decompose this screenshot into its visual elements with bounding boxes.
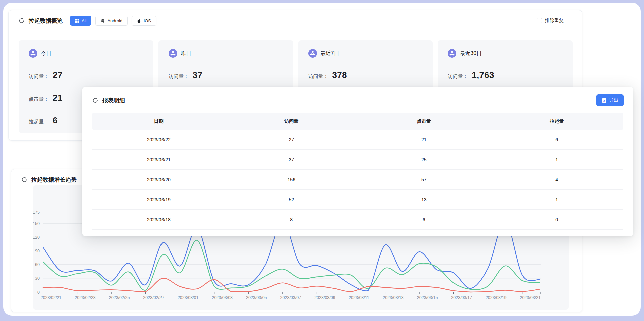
svg-text:2023/03/19: 2023/03/19 <box>486 295 507 300</box>
svg-text:2023/03/13: 2023/03/13 <box>383 295 404 300</box>
svg-text:2023/02/21: 2023/02/21 <box>41 295 62 300</box>
stat-metric-value: 21 <box>53 93 63 103</box>
stat-metric-value: 378 <box>332 70 347 80</box>
apple-icon <box>137 19 141 23</box>
report-table-header: 日期访问量点击量拉起量 <box>92 113 623 130</box>
overview-title: 拉起数据概览 <box>29 17 63 25</box>
table-cell: 52 <box>225 197 358 202</box>
table-cell: 2023/03/19 <box>92 197 225 202</box>
table-cell: 2023/03/21 <box>92 157 225 162</box>
app-container: 拉起数据概览 All Android <box>3 3 641 316</box>
stat-metric-label: 拉起量： <box>29 119 49 125</box>
svg-text:2023/02/27: 2023/02/27 <box>143 295 164 300</box>
svg-text:2023/03/09: 2023/03/09 <box>314 295 335 300</box>
report-header: 报表明细 x 导出 <box>82 87 633 112</box>
stat-metric-value: 6 <box>53 115 58 126</box>
dedupe-option[interactable]: 排除重复 <box>537 18 564 24</box>
table-cell: 2023/03/22 <box>92 137 225 142</box>
table-cell: 4 <box>491 177 623 182</box>
svg-text:120: 120 <box>33 235 40 240</box>
column-header: 日期 <box>92 118 225 124</box>
stat-metric-label: 访问量： <box>308 73 328 80</box>
tab-android-label: Android <box>107 18 122 23</box>
export-label: 导出 <box>609 97 618 103</box>
svg-text:150: 150 <box>33 221 40 226</box>
svg-text:60: 60 <box>35 262 40 267</box>
svg-text:2023/03/07: 2023/03/07 <box>280 295 301 300</box>
grid-icon <box>75 19 79 23</box>
report-modal: 报表明细 x 导出 日期访问量点击量拉起量 2023/03/2227216202… <box>82 87 633 236</box>
excel-file-icon: x <box>602 98 607 103</box>
svg-text:90: 90 <box>35 249 40 253</box>
table-row: 2023/03/18860 <box>92 210 623 230</box>
table-cell: 57 <box>358 177 491 182</box>
table-row: 2023/03/2137251 <box>92 150 623 170</box>
table-row: 2023/03/2227216 <box>92 130 623 150</box>
column-header: 拉起量 <box>491 118 623 124</box>
report-table-body: 2023/03/22272162023/03/21372512023/03/20… <box>92 130 623 230</box>
svg-text:175: 175 <box>33 210 40 215</box>
platform-tabs: All Android iOS <box>70 16 156 26</box>
tab-android[interactable]: Android <box>95 16 128 26</box>
dedupe-checkbox[interactable] <box>537 18 542 23</box>
stat-metric: 访问量：27 <box>29 70 143 80</box>
svg-text:x: x <box>603 99 605 102</box>
tab-ios[interactable]: iOS <box>132 16 156 26</box>
stat-card-title: 最近7日 <box>320 50 339 57</box>
svg-text:2023/02/23: 2023/02/23 <box>75 295 96 300</box>
stat-card-title: 今日 <box>41 50 51 57</box>
share-nodes-icon <box>169 49 177 58</box>
svg-text:2023/03/15: 2023/03/15 <box>417 295 438 300</box>
table-row: 2023/03/1952131 <box>92 190 623 210</box>
svg-text:2023/03/21: 2023/03/21 <box>520 295 541 300</box>
table-cell: 27 <box>225 137 358 142</box>
share-nodes-icon <box>448 49 456 58</box>
svg-text:2023/03/05: 2023/03/05 <box>246 295 267 300</box>
table-cell: 25 <box>358 157 491 162</box>
stat-metric: 访问量：37 <box>169 70 283 80</box>
table-cell: 8 <box>225 217 358 222</box>
table-cell: 156 <box>225 177 358 182</box>
report-table: 日期访问量点击量拉起量 2023/03/22272162023/03/21372… <box>92 113 623 230</box>
table-cell: 1 <box>491 157 623 162</box>
table-row: 2023/03/20156574 <box>92 170 623 190</box>
table-cell: 21 <box>358 137 491 142</box>
svg-text:30: 30 <box>35 276 40 281</box>
table-cell: 6 <box>358 217 491 222</box>
stat-metric: 访问量：378 <box>308 70 423 80</box>
table-cell: 13 <box>358 197 491 202</box>
refresh-icon[interactable] <box>19 18 25 24</box>
svg-text:2023/03/17: 2023/03/17 <box>451 295 472 300</box>
tab-ios-label: iOS <box>144 18 151 23</box>
table-cell: 2023/03/18 <box>92 217 225 222</box>
column-header: 访问量 <box>225 118 358 124</box>
svg-text:0: 0 <box>37 290 40 295</box>
tab-all-label: All <box>82 18 86 23</box>
svg-text:2023/03/01: 2023/03/01 <box>178 295 199 300</box>
svg-text:2023/03/11: 2023/03/11 <box>349 295 369 300</box>
stat-card-title: 昨日 <box>181 50 191 57</box>
table-cell: 0 <box>491 217 623 222</box>
tab-all[interactable]: All <box>70 16 91 26</box>
svg-text:2023/02/25: 2023/02/25 <box>109 295 130 300</box>
stat-card-title: 最近30日 <box>460 50 482 57</box>
stat-metric-value: 27 <box>53 70 63 80</box>
table-cell: 37 <box>225 157 358 162</box>
table-cell: 6 <box>491 137 623 142</box>
share-nodes-icon <box>308 49 317 58</box>
stat-metric-label: 点击量： <box>29 96 49 102</box>
stat-metric-value: 1,763 <box>472 70 494 80</box>
report-title: 报表明细 <box>102 97 125 104</box>
share-nodes-icon <box>29 49 37 58</box>
export-button[interactable]: x 导出 <box>596 94 624 106</box>
stat-metric: 访问量：1,763 <box>448 70 563 80</box>
dedupe-label: 排除重复 <box>545 18 564 24</box>
refresh-icon[interactable] <box>92 97 98 103</box>
trend-title: 拉起数据增长趋势 <box>31 176 77 184</box>
stat-metric-label: 访问量： <box>448 73 468 80</box>
stat-metric-label: 访问量： <box>169 73 189 80</box>
refresh-icon[interactable] <box>21 177 27 183</box>
table-cell: 1 <box>491 197 623 202</box>
table-cell: 2023/03/20 <box>92 177 225 182</box>
stat-metric-value: 37 <box>193 70 203 80</box>
